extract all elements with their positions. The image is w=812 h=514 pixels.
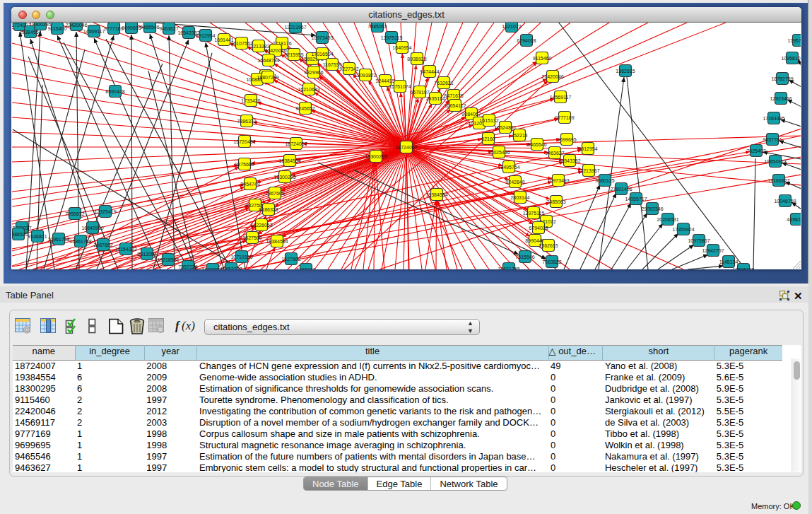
svg-text:18724007: 18724007	[395, 145, 417, 150]
svg-text:9115460: 9115460	[48, 26, 67, 31]
svg-text:10654112: 10654112	[445, 103, 466, 108]
svg-text:252214: 252214	[511, 133, 527, 138]
svg-text:7955812: 7955812	[65, 211, 84, 216]
svg-text:19654923: 19654923	[764, 159, 786, 164]
svg-text:12213967: 12213967	[284, 25, 306, 30]
svg-text:9463627: 9463627	[545, 151, 564, 156]
svg-text:2087682: 2087682	[93, 243, 112, 247]
svg-text:9146821: 9146821	[28, 234, 47, 239]
svg-text:2803144: 2803144	[510, 195, 529, 200]
svg-text:12923466: 12923466	[770, 96, 792, 101]
svg-text:14569117: 14569117	[83, 29, 105, 34]
svg-text:1362615: 1362615	[616, 69, 635, 74]
svg-text:18300295: 18300295	[273, 175, 295, 180]
svg-text:2935114: 2935114	[426, 96, 445, 101]
svg-text:10653267: 10653267	[220, 267, 242, 270]
svg-text:8454749: 8454749	[240, 182, 259, 187]
svg-text:10975867: 10975867	[688, 238, 710, 243]
svg-text:8938923: 8938923	[407, 57, 426, 62]
svg-text:9875685: 9875685	[235, 162, 254, 167]
svg-text:15751074: 15751074	[389, 84, 411, 89]
svg-text:8990448: 8990448	[525, 238, 544, 243]
svg-text:9227342: 9227342	[339, 66, 358, 71]
svg-text:8471676: 8471676	[444, 93, 463, 98]
svg-text:16210643: 16210643	[298, 87, 319, 92]
svg-text:1621072: 1621072	[502, 24, 521, 29]
svg-text:16782759: 16782759	[771, 76, 793, 81]
svg-text:7663822: 7663822	[542, 259, 561, 264]
svg-text:17359924: 17359924	[672, 227, 694, 232]
svg-text:18300295: 18300295	[365, 154, 387, 159]
svg-text:9115460: 9115460	[533, 56, 552, 61]
svg-text:12505135: 12505135	[732, 267, 754, 270]
svg-text:8990448: 8990448	[105, 89, 124, 94]
svg-text:6794028: 6794028	[517, 38, 536, 43]
svg-text:7886372: 7886372	[237, 119, 256, 124]
svg-text:12325419: 12325419	[94, 209, 116, 214]
svg-text:18807249: 18807249	[257, 75, 278, 80]
svg-text:22420046: 22420046	[541, 74, 563, 79]
svg-text:8912954: 8912954	[578, 146, 597, 151]
svg-text:1733426: 1733426	[241, 98, 260, 103]
svg-text:1640954: 1640954	[392, 45, 411, 50]
svg-text:1527602: 1527602	[281, 257, 300, 262]
svg-text:10025436: 10025436	[488, 150, 510, 155]
svg-text:10671355: 10671355	[498, 267, 519, 270]
svg-text:12975115: 12975115	[523, 211, 545, 216]
svg-text:12093872: 12093872	[354, 73, 376, 78]
svg-text:9660125: 9660125	[595, 178, 614, 183]
svg-text:16640910: 16640910	[81, 226, 103, 230]
svg-text:22420046: 22420046	[264, 48, 286, 53]
svg-text:10958107: 10958107	[781, 56, 801, 61]
svg-text:9465546: 9465546	[527, 142, 546, 147]
svg-text:16543382: 16543382	[558, 158, 580, 163]
svg-text:10973493: 10973493	[311, 35, 333, 40]
svg-text:4498222: 4498222	[787, 217, 801, 222]
svg-text:9329966: 9329966	[304, 70, 323, 75]
svg-text:6679197: 6679197	[410, 90, 429, 95]
svg-text:7632621: 7632621	[434, 81, 453, 86]
svg-text:6794028: 6794028	[529, 226, 548, 230]
svg-text:17164485: 17164485	[763, 116, 784, 121]
svg-text:7625402: 7625402	[746, 148, 765, 153]
svg-text:10961758: 10961758	[47, 237, 69, 242]
svg-text:9777169: 9777169	[104, 26, 123, 31]
svg-text:9657791: 9657791	[763, 137, 782, 142]
svg-text:9242848: 9242848	[505, 180, 524, 185]
svg-text:9474444: 9474444	[420, 69, 439, 74]
svg-text:7357224: 7357224	[178, 264, 197, 269]
svg-text:22420046: 22420046	[65, 23, 87, 28]
svg-text:9245652: 9245652	[295, 106, 314, 111]
svg-text:10719155: 10719155	[230, 255, 252, 259]
svg-text:1244415: 1244415	[375, 78, 394, 83]
svg-text:12213967: 12213967	[577, 168, 599, 173]
svg-text:17957223: 17957223	[787, 38, 801, 43]
svg-text:16648784: 16648784	[257, 58, 279, 63]
svg-text:10973493: 10973493	[547, 178, 569, 183]
svg-text:7485063: 7485063	[367, 24, 387, 29]
svg-text:1362615: 1362615	[539, 243, 558, 248]
svg-text:16524861: 16524861	[494, 125, 516, 130]
svg-text:9465546: 9465546	[140, 25, 159, 30]
svg-text:1588520: 1588520	[12, 232, 28, 237]
svg-text:18495754: 18495754	[498, 165, 519, 170]
svg-text:19384554: 19384554	[278, 158, 300, 163]
svg-text:62160: 62160	[481, 136, 495, 141]
svg-text:2867608: 2867608	[265, 191, 284, 196]
svg-text:1615132: 1615132	[479, 118, 498, 123]
svg-text:17016504: 17016504	[311, 52, 333, 57]
svg-text:6466160: 6466160	[296, 267, 315, 270]
svg-text:19384554: 19384554	[266, 239, 288, 244]
svg-text:1527500: 1527500	[242, 235, 261, 240]
svg-text:18724007: 18724007	[285, 141, 307, 146]
svg-text:9699695: 9699695	[557, 137, 576, 142]
svg-text:8813054: 8813054	[137, 252, 156, 257]
svg-text:8186328: 8186328	[259, 207, 278, 212]
svg-text:9777169: 9777169	[555, 115, 574, 120]
svg-text:27691406: 27691406	[610, 187, 632, 192]
svg-text:20206531: 20206531	[657, 217, 678, 222]
svg-text:9463627: 9463627	[159, 26, 178, 31]
svg-text:14569117: 14569117	[550, 95, 572, 100]
svg-text:13226053: 13226053	[250, 223, 272, 228]
svg-text:16961758: 16961758	[69, 239, 91, 244]
